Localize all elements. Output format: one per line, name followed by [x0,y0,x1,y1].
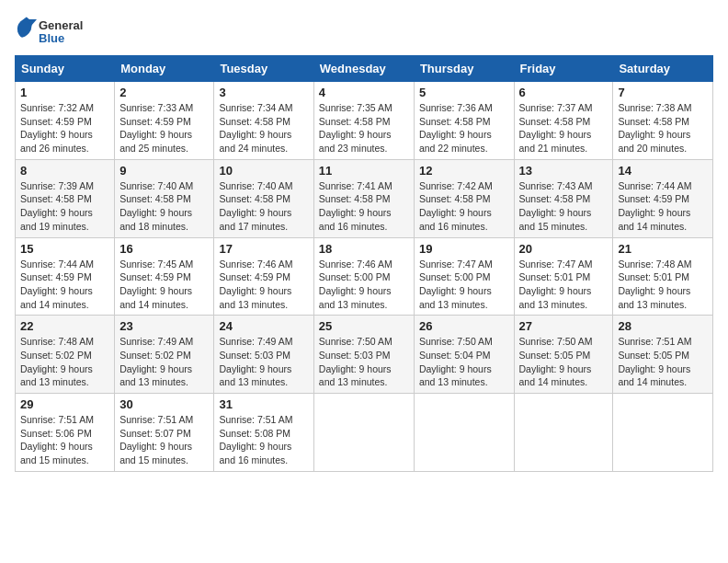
calendar-cell: 14 Sunrise: 7:44 AMSunset: 4:59 PMDaylig… [613,159,713,237]
day-detail: Sunrise: 7:51 AMSunset: 5:07 PMDaylight:… [119,414,193,465]
day-number: 14 [618,164,708,178]
calendar-cell [414,394,514,472]
day-number: 25 [319,319,409,333]
calendar-cell: 9 Sunrise: 7:40 AMSunset: 4:58 PMDayligh… [115,159,214,237]
day-number: 20 [519,242,609,256]
calendar-cell: 21 Sunrise: 7:48 AMSunset: 5:01 PMDaylig… [613,237,713,316]
day-detail: Sunrise: 7:47 AMSunset: 5:01 PMDaylight:… [519,259,593,310]
day-number: 22 [20,319,109,333]
day-number: 10 [219,164,308,178]
calendar-cell: 17 Sunrise: 7:46 AMSunset: 4:59 PMDaylig… [214,237,313,316]
day-detail: Sunrise: 7:37 AMSunset: 4:58 PMDaylight:… [519,102,593,154]
day-number: 12 [419,164,509,178]
day-detail: Sunrise: 7:39 AMSunset: 4:58 PMDaylight:… [20,180,94,232]
day-detail: Sunrise: 7:49 AMSunset: 5:02 PMDaylight:… [119,336,193,387]
day-number: 7 [618,86,708,99]
calendar-week-row: 29 Sunrise: 7:51 AMSunset: 5:06 PMDaylig… [16,394,713,472]
day-number: 16 [119,242,209,256]
day-number: 31 [219,397,308,411]
day-number: 19 [419,242,509,256]
column-header-friday: Friday [514,56,613,82]
calendar-table: SundayMondayTuesdayWednesdayThursdayFrid… [15,55,713,472]
day-number: 1 [20,86,109,99]
calendar-cell: 18 Sunrise: 7:46 AMSunset: 5:00 PMDaylig… [313,237,414,316]
calendar-cell: 13 Sunrise: 7:43 AMSunset: 4:58 PMDaylig… [514,159,613,237]
calendar-cell: 23 Sunrise: 7:49 AMSunset: 5:02 PMDaylig… [115,316,214,394]
calendar-cell: 20 Sunrise: 7:47 AMSunset: 5:01 PMDaylig… [514,237,613,316]
logo: General Blue [15,15,97,48]
day-detail: Sunrise: 7:44 AMSunset: 4:59 PMDaylight:… [618,180,691,232]
column-header-tuesday: Tuesday [214,56,313,82]
calendar-cell: 31 Sunrise: 7:51 AMSunset: 5:08 PMDaylig… [214,394,313,472]
day-detail: Sunrise: 7:49 AMSunset: 5:03 PMDaylight:… [219,336,292,387]
calendar-cell: 12 Sunrise: 7:42 AMSunset: 4:58 PMDaylig… [414,159,514,237]
day-detail: Sunrise: 7:46 AMSunset: 5:00 PMDaylight:… [319,259,392,310]
calendar-cell [613,394,713,472]
day-number: 27 [519,319,609,333]
calendar-cell: 26 Sunrise: 7:50 AMSunset: 5:04 PMDaylig… [414,316,514,394]
calendar-cell [514,394,613,472]
calendar-header-row: SundayMondayTuesdayWednesdayThursdayFrid… [16,56,713,82]
calendar-cell: 8 Sunrise: 7:39 AMSunset: 4:58 PMDayligh… [16,159,115,237]
column-header-thursday: Thursday [414,56,514,82]
day-number: 21 [618,242,708,256]
day-detail: Sunrise: 7:43 AMSunset: 4:58 PMDaylight:… [519,180,593,232]
calendar-cell: 22 Sunrise: 7:48 AMSunset: 5:02 PMDaylig… [16,316,115,394]
day-detail: Sunrise: 7:32 AMSunset: 4:59 PMDaylight:… [20,102,94,154]
day-number: 2 [119,86,209,99]
day-detail: Sunrise: 7:34 AMSunset: 4:58 PMDaylight:… [219,102,292,154]
calendar-cell: 28 Sunrise: 7:51 AMSunset: 5:05 PMDaylig… [613,316,713,394]
column-header-saturday: Saturday [613,56,713,82]
day-detail: Sunrise: 7:50 AMSunset: 5:04 PMDaylight:… [419,336,493,387]
day-number: 23 [119,319,209,333]
day-number: 11 [319,164,409,178]
day-number: 5 [419,86,509,99]
day-detail: Sunrise: 7:40 AMSunset: 4:58 PMDaylight:… [119,180,193,232]
calendar-cell: 10 Sunrise: 7:40 AMSunset: 4:58 PMDaylig… [214,159,313,237]
day-number: 24 [219,319,308,333]
day-number: 26 [419,319,509,333]
calendar-week-row: 1 Sunrise: 7:32 AMSunset: 4:59 PMDayligh… [16,82,713,160]
day-number: 8 [20,164,109,178]
day-detail: Sunrise: 7:48 AMSunset: 5:01 PMDaylight:… [618,259,691,310]
day-detail: Sunrise: 7:40 AMSunset: 4:58 PMDaylight:… [219,180,292,232]
calendar-cell: 4 Sunrise: 7:35 AMSunset: 4:58 PMDayligh… [313,82,414,160]
day-detail: Sunrise: 7:50 AMSunset: 5:05 PMDaylight:… [519,336,593,387]
day-number: 4 [319,86,409,99]
calendar-cell: 24 Sunrise: 7:49 AMSunset: 5:03 PMDaylig… [214,316,313,394]
day-detail: Sunrise: 7:47 AMSunset: 5:00 PMDaylight:… [419,259,493,310]
day-detail: Sunrise: 7:41 AMSunset: 4:58 PMDaylight:… [319,180,392,232]
calendar-week-row: 15 Sunrise: 7:44 AMSunset: 4:59 PMDaylig… [16,237,713,316]
day-number: 17 [219,242,308,256]
day-detail: Sunrise: 7:36 AMSunset: 4:58 PMDaylight:… [419,102,493,154]
svg-text:Blue: Blue [39,31,64,45]
day-number: 30 [119,397,209,411]
day-number: 15 [20,242,109,256]
calendar-cell: 29 Sunrise: 7:51 AMSunset: 5:06 PMDaylig… [16,394,115,472]
day-detail: Sunrise: 7:50 AMSunset: 5:03 PMDaylight:… [319,336,392,387]
calendar-cell: 30 Sunrise: 7:51 AMSunset: 5:07 PMDaylig… [115,394,214,472]
day-detail: Sunrise: 7:48 AMSunset: 5:02 PMDaylight:… [20,336,94,387]
calendar-cell: 5 Sunrise: 7:36 AMSunset: 4:58 PMDayligh… [414,82,514,160]
calendar-cell: 2 Sunrise: 7:33 AMSunset: 4:59 PMDayligh… [115,82,214,160]
calendar-week-row: 8 Sunrise: 7:39 AMSunset: 4:58 PMDayligh… [16,159,713,237]
day-detail: Sunrise: 7:35 AMSunset: 4:58 PMDaylight:… [319,102,392,154]
day-number: 28 [618,319,708,333]
calendar-week-row: 22 Sunrise: 7:48 AMSunset: 5:02 PMDaylig… [16,316,713,394]
column-header-wednesday: Wednesday [313,56,414,82]
day-detail: Sunrise: 7:44 AMSunset: 4:59 PMDaylight:… [20,259,94,310]
day-detail: Sunrise: 7:51 AMSunset: 5:08 PMDaylight:… [219,414,292,465]
day-detail: Sunrise: 7:45 AMSunset: 4:59 PMDaylight:… [119,259,193,310]
calendar-cell: 1 Sunrise: 7:32 AMSunset: 4:59 PMDayligh… [16,82,115,160]
day-number: 18 [319,242,409,256]
day-detail: Sunrise: 7:51 AMSunset: 5:06 PMDaylight:… [20,414,94,465]
calendar-cell: 7 Sunrise: 7:38 AMSunset: 4:58 PMDayligh… [613,82,713,160]
calendar-cell: 15 Sunrise: 7:44 AMSunset: 4:59 PMDaylig… [16,237,115,316]
calendar-cell: 16 Sunrise: 7:45 AMSunset: 4:59 PMDaylig… [115,237,214,316]
calendar-cell: 27 Sunrise: 7:50 AMSunset: 5:05 PMDaylig… [514,316,613,394]
day-number: 13 [519,164,609,178]
column-header-monday: Monday [115,56,214,82]
day-detail: Sunrise: 7:51 AMSunset: 5:05 PMDaylight:… [618,336,691,387]
day-number: 3 [219,86,308,99]
column-header-sunday: Sunday [16,56,115,82]
